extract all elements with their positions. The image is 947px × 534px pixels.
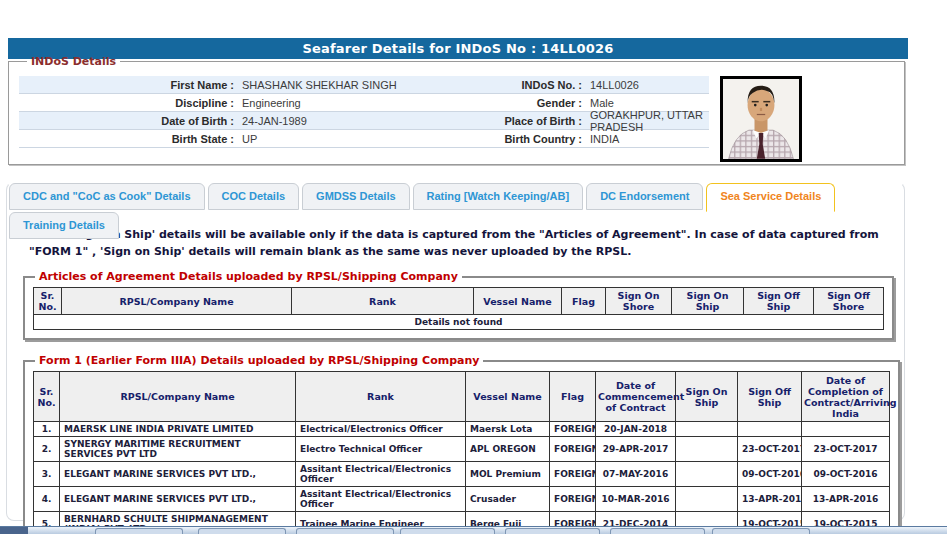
tab-rating-watch-keeping-ab[interactable]: Rating [Watch Keeping/AB] (413, 183, 584, 210)
note-text: 'Sign on Ship' details will be available… (29, 228, 879, 258)
table-cell: ELEGANT MARINE SERVICES PVT LTD., (60, 462, 296, 487)
table-cell: 1. (34, 422, 60, 437)
table-cell: MAERSK LINE INDIA PRIVATE LIMITED (60, 422, 296, 437)
table-row: 4.ELEGANT MARINE SERVICES PVT LTD.,Assit… (34, 487, 890, 512)
table-cell: 09-OCT-2016 (802, 462, 890, 487)
column-header: Date of Completion of Contract/Arriving … (802, 372, 890, 422)
seafarer-details-page: Seafarer Details for INDoS No : 14LL0026… (0, 0, 947, 534)
indos-details-legend: INDoS Details (27, 55, 120, 68)
articles-legend: Articles of Agreement Details uploaded b… (35, 270, 462, 283)
form1-table: Sr. No.RPSL/Company NameRankVessel NameF… (33, 371, 890, 534)
tab-content-panel: CDC and "CoC as Cook" DetailsCOC Details… (6, 182, 905, 521)
taskbar-button[interactable] (712, 528, 810, 534)
tab-dc-endorsement[interactable]: DC Endorsement (586, 183, 703, 210)
detail-label: INDoS No. : (464, 79, 582, 91)
tab-gmdss-details[interactable]: GMDSS Details (302, 183, 409, 210)
indos-details-rows: First Name :SHASHANK SHEKHAR SINGHINDoS … (19, 76, 709, 148)
table-cell: SYNERGY MARITIME RECRUITMENT SERVICES PV… (60, 437, 296, 462)
column-header: Date of Commencement of Contract (596, 372, 676, 422)
column-header: Vessel Name (466, 372, 550, 422)
table-cell: Crusader (466, 487, 550, 512)
detail-value: Engineering (234, 97, 464, 109)
table-cell: 07-MAY-2016 (596, 462, 676, 487)
taskbar (0, 526, 947, 534)
taskbar-button[interactable] (400, 528, 495, 534)
table-cell: 10-MAR-2016 (596, 487, 676, 512)
tab-training-details[interactable]: Training Details (9, 212, 119, 239)
table-cell: Assitant Electrical/Electronics Officer (296, 462, 466, 487)
table-cell: 13-APR-2016 (738, 487, 802, 512)
indos-details-section: INDoS Details First Name :SHASHANK SHEKH… (8, 55, 905, 165)
table-cell: 3. (34, 462, 60, 487)
table-cell: Maersk Lota (466, 422, 550, 437)
taskbar-button[interactable] (198, 528, 286, 534)
table-cell: 23-OCT-2017 (738, 437, 802, 462)
table-row: 1.MAERSK LINE INDIA PRIVATE LIMITEDElect… (34, 422, 890, 437)
table-cell (676, 462, 738, 487)
table-cell: FOREIGN (550, 462, 596, 487)
detail-value: 24-JAN-1989 (234, 115, 464, 127)
table-cell: 13-APR-2016 (802, 487, 890, 512)
tab-cdc-and-coc-as-cook-details[interactable]: CDC and "CoC as Cook" Details (9, 183, 205, 210)
seafarer-photo (720, 76, 802, 162)
table-cell (676, 422, 738, 437)
column-header: Sign On Shore (606, 288, 672, 315)
table-cell: 23-OCT-2017 (802, 437, 890, 462)
column-header: RPSL/Company Name (60, 372, 296, 422)
table-cell (676, 437, 738, 462)
detail-value: UP (234, 133, 464, 145)
detail-label: First Name : (19, 79, 234, 91)
taskbar-button[interactable] (610, 528, 705, 534)
detail-value: GORAKHPUR, UTTAR PRADESH (582, 109, 709, 133)
column-header: Sign On Ship (676, 372, 738, 422)
column-header: Sign Off Shore (814, 288, 884, 315)
table-cell: ELEGANT MARINE SERVICES PVT LTD., (60, 487, 296, 512)
table-cell: Electrical/Electronics Officer (296, 422, 466, 437)
column-header: Sr. No. (34, 288, 62, 315)
details-not-found-message: Details not found (34, 315, 884, 330)
detail-label: Gender : (464, 97, 582, 109)
detail-row: Birth State :UPBirth Country :INDIA (19, 130, 709, 148)
tab-coc-details[interactable]: COC Details (208, 183, 300, 210)
table-header-row: Sr. No.RPSL/Company NameRankVessel NameF… (34, 372, 890, 422)
table-cell: FOREIGN (550, 487, 596, 512)
table-cell: APL OREGON (466, 437, 550, 462)
detail-label: Discipline : (19, 97, 234, 109)
table-cell: 29-APR-2017 (596, 437, 676, 462)
column-header: RPSL/Company Name (62, 288, 292, 315)
column-header: Flag (550, 372, 596, 422)
detail-row: Date of Birth :24-JAN-1989Place of Birth… (19, 112, 709, 130)
detail-row: First Name :SHASHANK SHEKHAR SINGHINDoS … (19, 76, 709, 94)
empty-row: Details not found (34, 315, 884, 330)
table-cell: MOL Premium (466, 462, 550, 487)
articles-table: Sr. No.RPSL/Company NameRankVessel NameF… (33, 287, 884, 330)
detail-value: Male (582, 97, 709, 109)
detail-label: Birth State : (19, 133, 234, 145)
taskbar-button[interactable] (296, 528, 394, 534)
table-row: 2.SYNERGY MARITIME RECRUITMENT SERVICES … (34, 437, 890, 462)
column-header: Sign Off Ship (744, 288, 814, 315)
taskbar-button[interactable] (95, 528, 183, 534)
table-header-row: Sr. No.RPSL/Company NameRankVessel NameF… (34, 288, 884, 315)
column-header: Rank (292, 288, 474, 315)
table-cell: 2. (34, 437, 60, 462)
column-header: Sign On Ship (672, 288, 744, 315)
column-header: Vessel Name (474, 288, 562, 315)
column-header: Rank (296, 372, 466, 422)
table-cell: 09-OCT-2016 (738, 462, 802, 487)
tab-bar: CDC and "CoC as Cook" DetailsCOC Details… (7, 183, 904, 210)
table-cell: FOREIGN (550, 437, 596, 462)
form1-legend: Form 1 (Earlier Form IIIA) Details uploa… (35, 354, 483, 367)
form1-section: Form 1 (Earlier Form IIIA) Details uploa… (23, 354, 900, 534)
tab-sea-service-details[interactable]: Sea Service Details (706, 183, 835, 212)
column-header: Sr. No. (34, 372, 60, 422)
table-cell: 4. (34, 487, 60, 512)
table-row: 3.ELEGANT MARINE SERVICES PVT LTD.,Assit… (34, 462, 890, 487)
table-cell: Electro Technical Officer (296, 437, 466, 462)
taskbar-button[interactable] (505, 528, 600, 534)
column-header: Flag (562, 288, 606, 315)
start-button[interactable] (0, 527, 28, 534)
column-header: Sign Off Ship (738, 372, 802, 422)
detail-value: INDIA (582, 133, 709, 145)
articles-of-agreement-section: Articles of Agreement Details uploaded b… (23, 270, 894, 340)
